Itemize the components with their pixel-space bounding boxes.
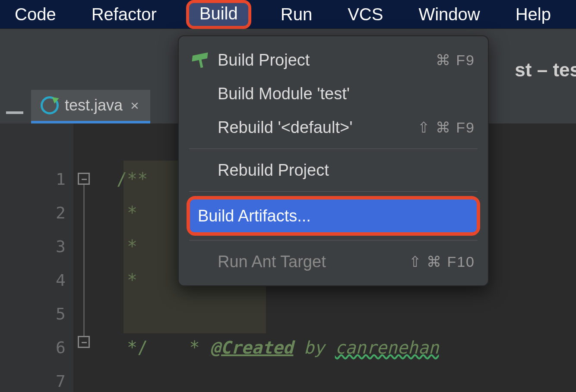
editor-tabs: test.java ×: [31, 90, 150, 123]
menu-run-ant-target: Run Ant Target ⇧ ⌘ F10: [179, 245, 488, 278]
line-number: 3: [0, 230, 73, 263]
window-title-fragment: st – tes: [515, 59, 576, 81]
java-class-icon: [41, 96, 59, 114]
menu-build-module[interactable]: Build Module 'test': [179, 77, 488, 111]
line-number: 2: [0, 196, 73, 230]
menu-item-label: Build Module 'test': [218, 85, 475, 103]
menu-code[interactable]: Code: [9, 2, 62, 27]
line-number: 6: [0, 331, 73, 364]
menu-separator: [189, 240, 478, 240]
menu-item-label: Rebuild '<default>': [218, 118, 409, 137]
build-dropdown-menu: Build Project ⌘ F9 Build Module 'test' R…: [178, 35, 489, 286]
menu-refactor[interactable]: Refactor: [85, 2, 163, 27]
code-text: *: [179, 338, 210, 357]
menu-vcs[interactable]: VCS: [342, 2, 389, 27]
tab-test-java[interactable]: test.java ×: [31, 90, 150, 123]
code-text: *: [117, 237, 148, 256]
menu-separator: [189, 149, 478, 149]
author-name: canrenehan: [335, 338, 439, 357]
code-text: */: [117, 338, 148, 357]
menu-build-artifacts[interactable]: Build Artifacts...: [190, 199, 477, 232]
code-text: by: [293, 338, 335, 357]
highlight-annotation: Build Artifacts...: [187, 196, 480, 236]
menu-item-label: Build Artifacts...: [198, 207, 464, 225]
menu-rebuild-default[interactable]: Rebuild '<default>' ⇧ ⌘ F9: [179, 111, 488, 144]
code-text: *: [117, 270, 148, 290]
menu-window[interactable]: Window: [412, 2, 486, 27]
menu-separator: [189, 191, 478, 192]
code-text: *: [117, 203, 148, 223]
collapse-icon[interactable]: [6, 111, 23, 114]
tab-filename: test.java: [65, 96, 123, 114]
javadoc-tag: @Created: [210, 338, 294, 357]
line-number: 5: [0, 297, 73, 331]
menu-item-label: Build Project: [218, 51, 427, 70]
code-text: /**: [117, 169, 148, 189]
close-icon[interactable]: ×: [129, 97, 141, 114]
line-number: 4: [0, 263, 73, 297]
line-number-gutter: 1 2 3 4 5 6 7: [0, 123, 73, 392]
menu-build-project[interactable]: Build Project ⌘ F9: [179, 43, 488, 77]
menu-run[interactable]: Run: [275, 2, 318, 27]
line-number: 7: [0, 364, 73, 392]
keyboard-shortcut: ⌘ F9: [436, 51, 475, 69]
menu-rebuild-project[interactable]: Rebuild Project: [179, 153, 488, 187]
menubar: Code Refactor Build Run VCS Window Help: [0, 0, 576, 28]
keyboard-shortcut: ⇧ ⌘ F9: [418, 119, 475, 136]
menu-help[interactable]: Help: [510, 2, 557, 27]
menu-item-label: Rebuild Project: [218, 161, 475, 180]
menu-build[interactable]: Build: [186, 0, 251, 29]
hammer-icon: [192, 51, 209, 69]
line-number: 1: [0, 162, 73, 196]
menu-item-label: Run Ant Target: [218, 253, 400, 271]
keyboard-shortcut: ⇧ ⌘ F10: [409, 253, 475, 270]
